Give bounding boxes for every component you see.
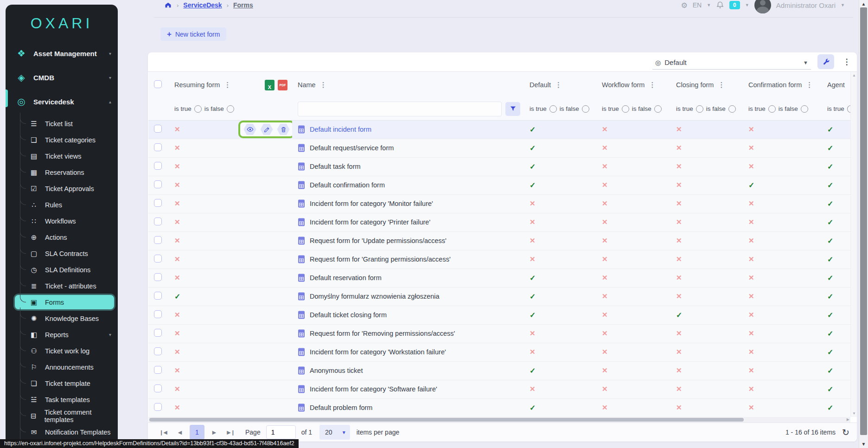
column-menu-icon[interactable]: ⋮ [555,81,562,89]
chevron-down-icon[interactable]: ▼ [745,3,749,7]
table-row[interactable]: ✕Request form for 'Removing permissions/… [148,324,850,343]
row-actions-cell [235,398,292,417]
view-button[interactable] [244,124,256,135]
avatar[interactable] [754,0,771,13]
table-row[interactable]: ✕Incident form for category 'Software fa… [148,380,850,398]
chevron-down-icon[interactable]: ▼ [841,3,845,7]
row-checkbox[interactable] [154,273,162,281]
gear-icon[interactable]: ⚙ [681,1,687,10]
is-true-radio[interactable] [194,105,202,113]
filter-button[interactable] [505,102,520,116]
export-pdf-icon[interactable] [278,80,287,90]
scroll-up-arrow[interactable]: ▲ [859,1,868,6]
notification-count-badge[interactable]: 0 [729,1,740,9]
previous-page-button[interactable]: ◀ [173,425,187,439]
grid-vertical-scrollbar[interactable]: ▲ ▼ [850,72,857,417]
is-false-radio[interactable] [582,105,589,113]
table-row[interactable]: ✕Default ticket closing form✓✕✓✕✓ [148,306,850,324]
table-row[interactable]: ✕Default incident form✓✕✕✕✓ [148,120,850,139]
edit-button[interactable] [261,124,273,135]
scroll-right-arrow[interactable]: ▶ [847,417,849,422]
is-true-radio[interactable] [847,105,850,113]
row-workflow-cell: ✕ [596,176,670,194]
current-page-button[interactable]: 1 [190,425,204,440]
export-excel-icon[interactable] [265,80,274,90]
scroll-up-arrow[interactable]: ▲ [852,73,856,77]
table-row[interactable]: ✕Anonymous ticket✓✕✕✕✓ [148,361,850,380]
form-name-link[interactable]: Default incident form [298,125,524,134]
column-menu-icon[interactable]: ⋮ [806,81,813,89]
row-checkbox[interactable] [154,218,162,225]
row-checkbox[interactable] [154,180,162,188]
table-row[interactable]: ✕Default request/service form✓✕✕✕✓ [148,139,850,157]
page-size-dropdown[interactable]: 20 ▼ [319,425,350,440]
is-false-radio[interactable] [654,105,662,113]
refresh-icon[interactable]: ↻ [842,427,849,438]
is-true-radio[interactable] [768,105,776,113]
row-checkbox[interactable] [154,403,162,411]
sidebar-item-servicedesk[interactable]: ◎ Servicedesk ▴ [6,91,118,112]
table-row[interactable]: ✕Default confirmation form✓✕✕✓✓ [148,176,850,194]
row-checkbox[interactable] [154,236,162,244]
is-false-radio[interactable] [227,105,234,113]
grid-menu-button[interactable]: ⋮ [841,54,853,69]
table-row[interactable]: ✕Incident form for category 'Monitor fai… [148,194,850,213]
row-checkbox[interactable] [154,310,162,318]
column-menu-icon[interactable]: ⋮ [649,81,656,89]
last-page-button[interactable]: ▶❙ [224,425,238,439]
view-selector-dropdown[interactable]: ◎ Default ▼ [652,56,811,70]
column-menu-icon[interactable]: ⋮ [718,81,725,89]
is-true-radio[interactable] [549,105,557,113]
is-false-radio[interactable] [801,105,808,113]
is-true-radio[interactable] [696,105,703,113]
row-checkbox[interactable] [154,143,162,151]
row-checkbox[interactable] [154,125,162,133]
form-document-icon [298,292,305,301]
row-checkbox[interactable] [154,347,162,355]
column-menu-icon[interactable]: ⋮ [224,81,231,89]
column-menu-icon[interactable]: ⋮ [320,81,327,89]
table-row[interactable]: ✓Domyślny formularz wznowienia zgłoszeni… [148,287,850,306]
table-row[interactable]: ✕Request form for 'Update permissions/ac… [148,231,850,250]
table-row[interactable]: ✕Default task form✓✕✕✕✓ [148,157,850,176]
home-icon[interactable] [164,1,172,9]
new-ticket-form-button[interactable]: + New ticket form [160,27,226,41]
is-false-radio[interactable] [728,105,736,113]
grid-settings-button[interactable] [817,54,834,69]
scroll-down-arrow[interactable]: ▼ [852,411,856,416]
scrollbar-thumb[interactable] [860,7,867,435]
row-checkbox[interactable] [154,384,162,392]
servicedesk-icon: ◎ [15,96,28,107]
row-checkbox[interactable] [154,199,162,207]
first-page-button[interactable]: ❙◀ [156,425,170,439]
bell-icon[interactable] [716,1,724,9]
row-checkbox[interactable] [154,162,162,170]
table-row[interactable]: ✕Incident form for category 'Printer fai… [148,213,850,231]
sidebar-item-asset-management[interactable]: ❖ Asset Management ▾ [6,43,118,64]
chevron-down-icon[interactable]: ▼ [707,3,711,7]
row-checkbox[interactable] [154,366,162,374]
next-page-button[interactable]: ▶ [207,425,221,439]
form-document-icon [298,255,305,263]
is-true-radio[interactable] [622,105,629,113]
table-row[interactable]: ✕Request form for 'Granting permissions/… [148,250,850,269]
table-row[interactable]: ✕Default problem form✓✕✕✕✓ [148,398,850,417]
row-checkbox[interactable] [154,255,162,262]
row-checkbox[interactable] [154,292,162,300]
scroll-down-arrow[interactable]: ▼ [859,442,868,447]
language-selector[interactable]: EN [693,1,702,9]
name-filter-input[interactable] [298,102,502,116]
select-all-checkbox[interactable] [154,80,162,88]
window-scrollbar[interactable]: ▲ ▼ [859,0,868,448]
table-row[interactable]: ✕Incident form for category 'Workstation… [148,343,850,361]
delete-button[interactable] [277,124,290,135]
browser-status-url: https://en-oxari.infonet-projekt.com/Hel… [0,439,299,448]
grid-horizontal-scrollbar[interactable]: ▶ [148,417,850,422]
scrollbar-thumb[interactable] [149,418,744,422]
check-icon: ✓ [827,200,833,208]
sidebar-item-cmdb[interactable]: ◈ CMDB ▾ [6,67,118,88]
table-row[interactable]: ✕Default reservation form✓✕✕✕✓ [148,269,850,287]
page-number-input[interactable] [266,425,296,439]
breadcrumb-servicedesk-link[interactable]: ServiceDesk [183,1,222,9]
row-checkbox[interactable] [154,329,162,337]
